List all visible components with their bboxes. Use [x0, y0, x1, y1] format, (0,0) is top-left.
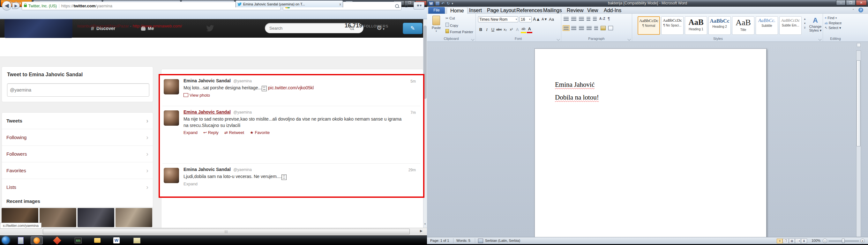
- scroll-right-icon[interactable]: ▶: [420, 229, 423, 233]
- print-layout-view-button[interactable]: ≡: [777, 239, 783, 243]
- tab-home[interactable]: Home: [447, 7, 467, 14]
- profile-avatar[interactable]: [4, 19, 72, 38]
- recent-images-header[interactable]: Recent images: [2, 195, 153, 207]
- web-layout-view-button[interactable]: ▤: [789, 239, 795, 243]
- tab-twitter-active[interactable]: Emina Jahovic Sandal (yaemina) on T... x: [236, 0, 343, 7]
- paste-button[interactable]: Paste ▾: [430, 16, 443, 33]
- sidebar-item-tweets[interactable]: Tweets›: [2, 113, 153, 129]
- justify-icon[interactable]: [587, 26, 592, 30]
- word-close-button[interactable]: ✕: [856, 0, 867, 5]
- shading-icon[interactable]: [600, 26, 606, 30]
- sidebar-item-following[interactable]: Following›: [2, 129, 153, 146]
- tweet-avatar[interactable]: [164, 111, 179, 126]
- change-styles-button[interactable]: A Change Styles ▾: [808, 16, 823, 33]
- word-count[interactable]: Words: 5: [456, 239, 470, 242]
- font-name-combo[interactable]: Times New Rom▾: [478, 16, 518, 22]
- tweet[interactable]: 29m Emina Jahovic Sandal @yaemina Ljudi,…: [164, 166, 419, 186]
- style-heading-1[interactable]: AaBHeading 1: [685, 16, 707, 35]
- grow-font-button[interactable]: A▲: [533, 16, 540, 22]
- retweet-action[interactable]: ⇄ Retweet: [224, 130, 244, 135]
- nav-discover[interactable]: # Discover: [91, 19, 115, 38]
- text-effects-button[interactable]: A: [515, 27, 520, 33]
- file-manager-icon[interactable]: [131, 236, 143, 244]
- folder-icon[interactable]: [91, 236, 103, 244]
- numbering-icon[interactable]: [571, 17, 576, 21]
- tab-review[interactable]: Review: [564, 7, 587, 14]
- bold-button[interactable]: B: [478, 27, 484, 33]
- bullets-icon[interactable]: [564, 17, 569, 21]
- twitter-search-input[interactable]: [269, 26, 350, 31]
- recent-image-thumb[interactable]: [78, 208, 114, 227]
- tab-add-ins[interactable]: Add-Ins: [600, 7, 624, 14]
- align-right-icon[interactable]: [579, 26, 584, 30]
- italic-button[interactable]: I: [484, 27, 490, 33]
- recent-image-thumb[interactable]: [39, 208, 76, 227]
- document-page[interactable]: Emina Jahović Dobila na lotou!: [534, 49, 767, 238]
- ruler-toggle-icon[interactable]: [857, 43, 861, 47]
- replace-button[interactable]: ab Replace: [825, 21, 841, 25]
- word-icon[interactable]: W: [111, 236, 123, 244]
- outline-view-button[interactable]: ⋮≡: [795, 239, 801, 243]
- show-hide-pilcrow-icon[interactable]: ¶: [608, 16, 610, 21]
- spellcheck-icon[interactable]: [478, 239, 483, 243]
- clapper-321-icon[interactable]: 321: [72, 236, 84, 244]
- profile-website-link[interactable]: http://www.eminaweb.com/: [132, 24, 182, 28]
- increase-indent-icon[interactable]: [593, 17, 597, 21]
- forward-button[interactable]: ▶: [12, 3, 20, 9]
- subscript-button[interactable]: x₂: [503, 27, 508, 33]
- tweet[interactable]: 7m Emina Jahovic Sandal @yaemina Ma nije…: [164, 109, 419, 135]
- tab-mailings[interactable]: Mailings: [540, 7, 565, 14]
- sidebar-item-favorites[interactable]: Favorites›: [2, 162, 153, 179]
- tweet-pic-link[interactable]: pic.twitter.com/vjko05kl: [268, 85, 314, 90]
- decrease-indent-icon[interactable]: [587, 17, 590, 21]
- site-identity[interactable]: Twitter, Inc. (US): [24, 4, 59, 8]
- style-title[interactable]: AaBTitle: [732, 16, 754, 35]
- help-icon[interactable]: ?: [859, 8, 863, 12]
- line-spacing-icon[interactable]: [594, 26, 598, 30]
- shrink-font-button[interactable]: A▼: [541, 16, 547, 22]
- styles-gallery-scroll[interactable]: ▲▼⊽: [804, 17, 806, 30]
- firefox-icon[interactable]: [31, 236, 43, 244]
- tweet-handle[interactable]: @yaemina: [233, 79, 252, 83]
- tab-file[interactable]: File: [428, 7, 445, 14]
- page-indicator[interactable]: Page: 1 of 1: [430, 239, 449, 242]
- compose-tweet-button[interactable]: ✎: [403, 23, 423, 34]
- style-normal[interactable]: AaBbCcDc¶ Normal: [638, 16, 660, 35]
- scroll-down-icon[interactable]: ▼: [424, 223, 426, 225]
- disk-app-icon[interactable]: [15, 236, 27, 244]
- font-color-button[interactable]: A: [527, 26, 532, 33]
- reply-action[interactable]: ↩ Reply: [203, 130, 219, 135]
- media-eye-icon[interactable]: [51, 236, 63, 244]
- borders-icon[interactable]: [608, 26, 613, 30]
- back-button[interactable]: ◀: [2, 1, 11, 10]
- highlight-button[interactable]: ab: [521, 26, 526, 33]
- favorite-action[interactable]: ★ Favorite: [250, 130, 270, 135]
- sidebar-item-lists[interactable]: Lists›: [2, 179, 153, 195]
- expand-action[interactable]: Expand: [184, 182, 197, 186]
- followers-stat[interactable]: 16,719FOLLOWERS: [345, 22, 389, 29]
- word-minimize-button[interactable]: –: [836, 0, 846, 5]
- font-size-combo[interactable]: 16▾: [520, 16, 532, 22]
- tab-insert[interactable]: Insert: [466, 7, 485, 14]
- underline-button[interactable]: U: [490, 27, 496, 33]
- zoom-level[interactable]: 100%: [811, 239, 820, 242]
- style-subtle-emphasis[interactable]: AaBbCcDcSubtle Em...: [779, 16, 802, 35]
- align-center-icon[interactable]: [571, 26, 576, 30]
- horizontal-scrollbar-thumb[interactable]: |||: [43, 229, 410, 235]
- nav-me[interactable]: Me: [141, 19, 154, 38]
- sidebar-item-followers[interactable]: Followers›: [2, 146, 153, 162]
- tweet-handle[interactable]: @yaemina: [233, 110, 252, 115]
- search-icon[interactable]: [395, 4, 399, 8]
- draft-view-button[interactable]: ≣: [801, 239, 807, 243]
- tweet[interactable]: 5m Emina Jahovic Sandal @yaemina Moj lot…: [164, 78, 419, 98]
- zoom-out-button[interactable]: −: [823, 239, 827, 243]
- tweet-avatar[interactable]: [164, 79, 179, 94]
- home-button-icon[interactable]: ⌂: [405, 3, 408, 9]
- sort-icon[interactable]: A↓Z: [599, 17, 605, 21]
- tweet-avatar[interactable]: [164, 168, 179, 183]
- tab-view[interactable]: View: [584, 7, 601, 14]
- fullscreen-reading-view-button[interactable]: ❐: [783, 239, 789, 243]
- cut-button[interactable]: ✂ Cut: [445, 16, 455, 21]
- align-left-icon[interactable]: [564, 26, 569, 30]
- tweet-handle[interactable]: @yaemina: [233, 167, 252, 172]
